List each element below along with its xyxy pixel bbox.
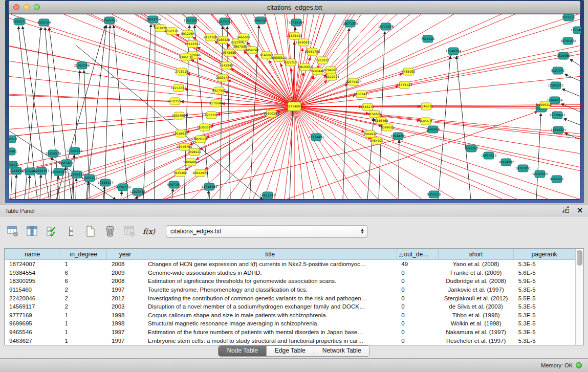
cell-title: Investigating the contribution of common…	[143, 294, 397, 302]
cell-pagerank: 5.5E-5	[514, 294, 575, 302]
panel-title: Table Panel	[5, 208, 35, 214]
graph-node-label: 7955812	[316, 58, 330, 62]
close-panel-icon[interactable]: ✕	[577, 207, 583, 214]
graph-node-label: 16671355	[342, 21, 358, 25]
graph-node-label: 8505131	[9, 163, 19, 166]
column-header-title[interactable]: title	[143, 249, 397, 260]
graph-node-label: 16210725	[324, 75, 340, 78]
graph-node-label: 16961758	[304, 50, 320, 53]
cell-name: 9777169	[5, 311, 60, 320]
graph-node-label: 16543392	[185, 42, 201, 46]
column-header-in_degree[interactable]: in_degree	[60, 249, 107, 260]
graph-node-label: 15276021	[217, 19, 233, 23]
graph-node-label: 9875685	[223, 51, 236, 54]
cell-year: 1997	[107, 336, 143, 345]
cell-short: Tibbo et al. (1998)	[439, 311, 514, 320]
graph-node-label: 8572232	[562, 15, 576, 19]
table-selector-combobox[interactable]: citations_edges.txt ▲▼	[166, 225, 367, 237]
graph-node-label: 10958107	[98, 181, 114, 184]
cell-pagerank: 5.3E-5	[514, 286, 575, 294]
table-row[interactable]: 946362711997Embryonic stem cells: a mode…	[5, 336, 575, 345]
table-row[interactable]: 946554611997Estimation of the future num…	[5, 328, 575, 337]
column-header-year[interactable]: year	[107, 249, 143, 260]
table-row[interactable]: 1456911722003Disruption of a novel membe…	[5, 302, 575, 311]
graph-node-label: 15688520	[271, 56, 287, 59]
cell-pagerank: 5.3E-5	[514, 328, 575, 337]
column-header-out_degree[interactable]: △out_de…	[397, 249, 438, 260]
cell-out_degree: 0	[397, 277, 438, 286]
cell-short: Yano et al. (2008)	[439, 260, 514, 269]
cell-title: Tourette syndrome. Phenomenology and cla…	[143, 286, 397, 294]
column-header-short[interactable]: short	[439, 249, 514, 260]
graph-node-label: 11607421	[354, 92, 369, 96]
table-row[interactable]: 911546021997Tourette syndrome. Phenomeno…	[5, 286, 575, 294]
cell-pagerank: 5.3E-5	[514, 336, 575, 345]
graph-node-label: 2803144	[216, 76, 230, 79]
delete-table-icon[interactable]	[123, 225, 136, 238]
cell-title: Embryonic stem cells: a model to study s…	[143, 336, 397, 345]
graph-node-label: 9457791	[167, 183, 181, 186]
cell-name: 18724007	[5, 260, 60, 269]
graph-node-label: 11325419	[287, 34, 302, 37]
cell-name: 14569117	[5, 302, 60, 311]
graph-node-label: 9170044	[209, 101, 223, 105]
table-row[interactable]: 1872400712008Changes of HCN gene express…	[5, 260, 575, 269]
new-column-icon[interactable]	[84, 225, 97, 238]
graph-node-label: 2867608	[233, 45, 247, 48]
function-builder-icon[interactable]: f(x)	[142, 225, 156, 238]
cell-out_degree: 0	[397, 286, 438, 294]
table-row[interactable]: 1830029562008Estimation of significance …	[5, 277, 575, 286]
cell-in_degree: 1	[60, 260, 107, 269]
graph-node-label: 1305572	[13, 19, 27, 23]
graph-node-label: 5267150	[205, 113, 219, 117]
application-desktop: citations_edges.txt 13055724055724276914…	[0, 0, 588, 372]
cell-pagerank: 5.3E-5	[514, 319, 575, 328]
node-table-container: namein_degreeyeartitle△out_de…shortpager…	[4, 248, 584, 345]
graph-node-label: 17957223	[82, 176, 98, 180]
cell-short: Wolkin et al. (1998)	[439, 319, 514, 328]
table-vertical-scrollbar[interactable]	[575, 249, 583, 345]
tab-network-table[interactable]: Network Table	[314, 346, 369, 356]
table-header-row: namein_degreeyeartitle△out_de…shortpager…	[5, 249, 575, 260]
show-columns-icon[interactable]	[26, 225, 39, 238]
tab-node-table[interactable]: Node Table	[219, 346, 267, 356]
graph-node-label: 10674427	[345, 80, 361, 83]
graph-node-label: 9245022	[550, 177, 564, 181]
table-mode-icon[interactable]	[6, 225, 19, 238]
merge-rows-icon[interactable]	[64, 225, 78, 238]
graph-node-label: 10994893	[183, 160, 199, 164]
table-row[interactable]: 977716911998Corpus callosum shape and si…	[5, 311, 575, 320]
graph-node-label: 10719184	[289, 20, 304, 24]
graph-node-label: 5466087	[237, 35, 251, 39]
graph-node-label: 16107554	[167, 99, 183, 103]
scrollbar-thumb[interactable]	[577, 250, 582, 266]
memory-status-label: Memory: OK	[541, 362, 573, 368]
network-graph[interactable]: 1305572405572427691406188437141065326715…	[9, 14, 581, 200]
table-row[interactable]: 1938455462009Genome-wide association stu…	[5, 269, 575, 277]
table-row[interactable]: 2242004622012Investigating the contribut…	[5, 294, 575, 302]
cell-in_degree: 1	[60, 328, 107, 337]
network-window-titlebar[interactable]: citations_edges.txt	[9, 1, 580, 14]
graph-node-label: 12103503	[532, 172, 548, 176]
graph-node-label: 7515526	[421, 37, 435, 40]
network-window: citations_edges.txt 13055724055724276914…	[5, 0, 584, 203]
cell-in_degree: 2	[60, 294, 107, 302]
cell-pagerank: 5.9E-5	[514, 277, 575, 286]
graph-node-label: 8322037	[284, 60, 298, 64]
table-row[interactable]: 969969511998Structural magnetic resonanc…	[5, 319, 575, 328]
cell-pagerank: 5.3E-5	[514, 260, 575, 269]
graph-node-label: 12093872	[548, 83, 564, 87]
float-panel-icon[interactable]	[562, 206, 570, 214]
import-columns-icon[interactable]	[45, 225, 58, 238]
column-header-name[interactable]: name	[5, 249, 60, 260]
cell-title: Genome-wide association studies in ADHD.	[143, 269, 397, 277]
network-canvas[interactable]: 1305572405572427691406188437141065326715…	[9, 14, 580, 200]
cell-name: 9115460	[5, 286, 60, 294]
delete-column-icon[interactable]	[103, 225, 117, 238]
column-header-pagerank[interactable]: pagerank	[514, 249, 575, 260]
cell-short: Hescheler et al. (1997)	[439, 336, 514, 345]
cell-title: Changes of HCN gene expression and I(f) …	[143, 260, 397, 269]
cell-in_degree: 1	[60, 319, 107, 328]
tab-edge-table[interactable]: Edge Table	[267, 346, 314, 356]
graph-node-label: 16713558	[378, 25, 394, 28]
